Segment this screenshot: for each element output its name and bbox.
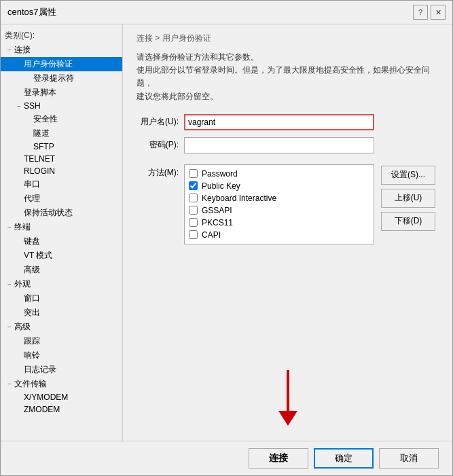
method-item-password[interactable]: Password xyxy=(189,168,369,180)
sidebar-item-serial[interactable]: 串口 xyxy=(1,177,122,191)
desc-line2: 使用此部分以节省登录时间。但是，为了最大限度地提高安全性，如果担心安全问题， xyxy=(137,64,439,90)
sidebar-item-login-script[interactable]: 登录脚本 xyxy=(1,86,122,100)
sidebar-item-limit[interactable]: 跟踪 xyxy=(1,334,122,348)
cancel-button[interactable]: 取消 xyxy=(379,448,439,469)
connect-button[interactable]: 连接 xyxy=(249,448,308,469)
sidebar-item-sftp[interactable]: SFTP xyxy=(1,141,122,153)
title-bar: centos7属性 ? ✕ xyxy=(1,1,452,24)
checkbox-password[interactable] xyxy=(189,169,198,178)
sidebar-item-advanced[interactable]: −高级 xyxy=(1,320,122,334)
title-controls: ? ✕ xyxy=(413,5,446,20)
sidebar-item-appearance[interactable]: −外观 xyxy=(1,277,122,291)
red-arrow xyxy=(278,370,297,426)
sidebar-label-login-prompt: 登录提示符 xyxy=(33,73,74,84)
sidebar-item-terminal[interactable]: −终端 xyxy=(1,220,122,234)
method-item-gssapi[interactable]: GSSAPI xyxy=(189,204,369,217)
sidebar-item-rlogin[interactable]: RLOGIN xyxy=(1,165,122,177)
sidebar-label-vt-mode: VT 模式 xyxy=(24,250,52,261)
password-input[interactable] xyxy=(184,137,374,153)
method-label-pkcs11: PKCS11 xyxy=(202,218,233,227)
ok-button[interactable]: 确定 xyxy=(314,448,374,469)
sidebar-item-highlight[interactable]: 突出 xyxy=(1,306,122,320)
sidebar-item-filetransfer[interactable]: −文件传输 xyxy=(1,377,122,391)
sidebar-label-filetransfer: 文件传输 xyxy=(14,378,47,390)
checkbox-keyboard[interactable] xyxy=(189,194,198,202)
sidebar-label-keyboard: 键盘 xyxy=(24,236,40,247)
checkbox-pkcs11[interactable] xyxy=(189,218,198,227)
expand-icon-filetransfer: − xyxy=(5,380,14,388)
expand-icon-connection: − xyxy=(5,46,14,54)
checkbox-gssapi[interactable] xyxy=(189,206,198,215)
sidebar-item-xymodem[interactable]: X/YMODEM xyxy=(1,391,122,403)
method-item-capi[interactable]: CAPI xyxy=(189,229,369,241)
down-button[interactable]: 下移(D) xyxy=(381,212,435,231)
sidebar-label-xymodem: X/YMODEM xyxy=(24,392,68,402)
method-box: PasswordPublic KeyKeyboard InteractiveGS… xyxy=(184,164,374,244)
sidebar-label-tunnel: 隧道 xyxy=(33,128,50,139)
sidebar-item-vt-mode[interactable]: VT 模式 xyxy=(1,249,122,263)
sidebar-item-connection[interactable]: −连接 xyxy=(1,43,122,57)
sidebar-label-serial: 串口 xyxy=(24,179,40,190)
sidebar-label-advanced-term: 高级 xyxy=(24,264,40,276)
sidebar-item-advanced-term[interactable]: 高级 xyxy=(1,263,122,277)
method-buttons: 设置(S)... 上移(U) 下移(D) xyxy=(381,164,435,231)
breadcrumb: 连接 > 用户身份验证 xyxy=(137,33,439,44)
sidebar-item-proxy[interactable]: 代理 xyxy=(1,191,122,206)
expand-icon-appearance: − xyxy=(5,280,14,288)
sidebar-label-telnet: TELNET xyxy=(24,154,55,164)
password-row: 密码(P): xyxy=(137,137,439,153)
method-label-keyboard: Keyboard Interactive xyxy=(202,194,276,203)
expand-icon-ssh: − xyxy=(14,103,24,110)
sidebar-label-log: 日志记录 xyxy=(24,364,56,376)
sidebar-item-keyboard[interactable]: 键盘 xyxy=(1,234,122,249)
sidebar-item-window-item[interactable]: 窗口 xyxy=(1,291,122,306)
dialog-window: centos7属性 ? ✕ 类别(C): −连接用户身份验证登录提示符登录脚本−… xyxy=(0,0,453,476)
sidebar-label-appearance: 外观 xyxy=(14,278,31,290)
sidebar-item-login-prompt[interactable]: 登录提示符 xyxy=(1,71,122,86)
sidebar-label-proxy: 代理 xyxy=(24,193,40,204)
sidebar-item-telnet[interactable]: TELNET xyxy=(1,153,122,165)
arrow-area xyxy=(137,244,439,433)
method-label-gssapi: GSSAPI xyxy=(202,206,232,215)
description: 请选择身份验证方法和其它参数。 使用此部分以节省登录时间。但是，为了最大限度地提… xyxy=(137,51,439,103)
username-input[interactable] xyxy=(184,114,374,130)
up-button[interactable]: 上移(U) xyxy=(381,189,435,208)
settings-button[interactable]: 设置(S)... xyxy=(381,166,435,185)
method-item-publickey[interactable]: Public Key xyxy=(189,180,369,192)
sidebar-item-auth[interactable]: 用户身份验证 xyxy=(1,57,122,71)
method-label-publickey: Public Key xyxy=(202,181,240,191)
sidebar-label-terminal: 终端 xyxy=(14,221,31,233)
sidebar-item-keepalive[interactable]: 保持活动状态 xyxy=(1,206,122,220)
sidebar-label-advanced: 高级 xyxy=(14,321,31,333)
expand-icon-terminal: − xyxy=(5,223,14,231)
sidebar-label-highlight: 突出 xyxy=(24,307,40,318)
method-item-keyboard[interactable]: Keyboard Interactive xyxy=(189,192,369,204)
expand-icon-advanced: − xyxy=(5,323,14,331)
sidebar-label-limit: 跟踪 xyxy=(24,335,40,347)
method-label: 方法(M): xyxy=(137,164,184,179)
tree-container: −连接用户身份验证登录提示符登录脚本−SSH安全性隧道SFTPTELNETRLO… xyxy=(1,43,122,416)
method-label-password: Password xyxy=(202,169,238,179)
sidebar-item-tunnel[interactable]: 隧道 xyxy=(1,126,122,141)
sidebar-label-bell: 响铃 xyxy=(24,350,40,361)
main-content: 连接 > 用户身份验证 请选择身份验证方法和其它参数。 使用此部分以节省登录时间… xyxy=(123,24,452,441)
sidebar-label-keepalive: 保持活动状态 xyxy=(24,207,73,219)
sidebar-item-bell[interactable]: 响铃 xyxy=(1,348,122,363)
checkbox-capi[interactable] xyxy=(189,230,198,239)
username-row: 用户名(U): xyxy=(137,114,439,130)
sidebar-label-ssh: SSH xyxy=(24,101,41,111)
sidebar-item-ssh[interactable]: −SSH xyxy=(1,100,122,112)
sidebar-label-zmodem: ZMODEM xyxy=(24,405,60,414)
sidebar-label-rlogin: RLOGIN xyxy=(24,166,55,176)
method-item-pkcs11[interactable]: PKCS11 xyxy=(189,217,369,229)
close-button[interactable]: ✕ xyxy=(431,5,446,20)
sidebar-label-security: 安全性 xyxy=(33,113,58,125)
checkbox-publickey[interactable] xyxy=(189,181,198,190)
help-button[interactable]: ? xyxy=(413,5,428,20)
dialog-body: 类别(C): −连接用户身份验证登录提示符登录脚本−SSH安全性隧道SFTPTE… xyxy=(1,24,452,441)
window-title: centos7属性 xyxy=(7,6,56,18)
sidebar-item-log[interactable]: 日志记录 xyxy=(1,363,122,377)
sidebar-item-zmodem[interactable]: ZMODEM xyxy=(1,403,122,416)
sidebar-item-security[interactable]: 安全性 xyxy=(1,112,122,126)
desc-line1: 请选择身份验证方法和其它参数。 xyxy=(137,51,439,64)
